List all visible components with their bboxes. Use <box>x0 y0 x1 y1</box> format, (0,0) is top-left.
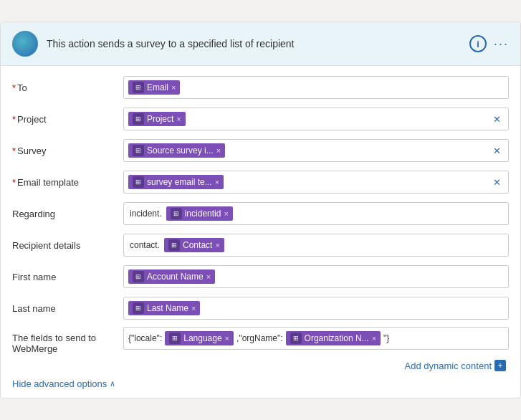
project-required-marker: * <box>12 114 16 125</box>
survey-field-clear[interactable]: ✕ <box>490 145 504 156</box>
card-body: *To ⊞ Email × *Project ⊞ Project × <box>1 66 520 398</box>
more-options-icon[interactable]: ··· <box>494 37 509 52</box>
survey-row: *Survey ⊞ Source survey i... × ✕ <box>12 138 509 163</box>
recipient-details-tag[interactable]: ⊞ Contact × <box>164 238 224 252</box>
header-icons: i ··· <box>469 35 509 52</box>
regarding-tag[interactable]: ⊞ incidentid × <box>166 206 233 221</box>
add-dynamic-plus-icon: + <box>494 360 506 371</box>
to-label: *To <box>12 82 123 93</box>
webmerge-prefix2: ,"orgName": <box>236 333 283 343</box>
email-template-row: *Email template ⊞ survey email te... × ✕ <box>12 169 509 195</box>
to-email-db-icon: ⊞ <box>133 82 144 93</box>
survey-tag-label: Source survey i... <box>147 145 214 156</box>
last-name-tag[interactable]: ⊞ Last Name × <box>128 301 200 315</box>
email-template-tag-label: survey email te... <box>147 177 212 187</box>
webmerge-row: The fields to send to WebMerge {"locale"… <box>12 327 509 354</box>
email-template-tag[interactable]: ⊞ survey email te... × <box>128 175 224 189</box>
email-template-required-marker: * <box>12 177 16 188</box>
project-tag-remove[interactable]: × <box>176 115 181 123</box>
recipient-prefix: contact. <box>128 239 161 252</box>
recipient-details-tag-remove[interactable]: × <box>215 241 219 249</box>
project-row: *Project ⊞ Project × ✕ <box>12 106 509 132</box>
recipient-details-row: Recipient details contact. ⊞ Contact × <box>12 232 509 258</box>
last-name-field[interactable]: ⊞ Last Name × <box>123 297 509 320</box>
project-field-clear[interactable]: ✕ <box>490 114 504 125</box>
recipient-details-db-icon: ⊞ <box>168 239 180 251</box>
app-logo <box>12 31 38 57</box>
email-template-field-clear[interactable]: ✕ <box>490 177 504 188</box>
last-name-row: Last name ⊞ Last Name × <box>12 295 509 321</box>
last-name-tag-label: Last Name <box>147 303 188 313</box>
add-dynamic-content-button[interactable]: Add dynamic content + <box>405 360 506 371</box>
webmerge-tag1[interactable]: ⊞ Language × <box>165 331 234 345</box>
project-tag[interactable]: ⊞ Project × <box>128 112 186 126</box>
hide-advanced-button[interactable]: Hide advanced options ∧ <box>12 378 509 389</box>
hide-advanced-label: Hide advanced options <box>12 378 107 389</box>
recipient-details-tag-label: Contact <box>183 240 212 250</box>
webmerge-tag1-remove[interactable]: × <box>225 334 229 343</box>
recipient-details-field[interactable]: contact. ⊞ Contact × <box>123 234 509 257</box>
info-icon[interactable]: i <box>469 35 487 52</box>
footer-actions: Add dynamic content + <box>12 360 509 371</box>
webmerge-field[interactable]: {"locale": ⊞ Language × ,"orgName": ⊞ Or… <box>123 327 509 350</box>
webmerge-tag1-label: Language <box>183 333 221 343</box>
first-name-tag-label: Account Name <box>147 272 204 282</box>
first-name-tag[interactable]: ⊞ Account Name × <box>128 269 215 284</box>
webmerge-tag2-db-icon: ⊞ <box>290 333 302 344</box>
to-email-tag-label: Email <box>147 82 168 92</box>
chevron-up-icon: ∧ <box>110 379 115 388</box>
webmerge-tag1-db-icon: ⊞ <box>169 333 181 344</box>
first-name-row: First name ⊞ Account Name × <box>12 264 509 290</box>
regarding-label: Regarding <box>12 209 123 219</box>
webmerge-tag2-remove[interactable]: × <box>372 334 376 343</box>
survey-db-icon: ⊞ <box>133 145 144 156</box>
project-db-icon: ⊞ <box>133 113 144 125</box>
last-name-label: Last name <box>12 303 123 314</box>
add-dynamic-label: Add dynamic content <box>405 361 492 371</box>
project-tag-label: Project <box>147 114 173 124</box>
action-card: This action sends a survey to a specifie… <box>0 22 521 398</box>
to-email-tag[interactable]: ⊞ Email × <box>128 80 180 95</box>
project-label: *Project <box>12 114 123 125</box>
first-name-label: First name <box>12 272 123 282</box>
survey-field[interactable]: ⊞ Source survey i... × ✕ <box>123 139 509 162</box>
regarding-tag-label: incidentid <box>185 209 221 219</box>
recipient-details-label: Recipient details <box>12 240 123 251</box>
webmerge-label: The fields to send to WebMerge <box>12 327 123 354</box>
survey-required-marker: * <box>12 145 16 156</box>
to-row: *To ⊞ Email × <box>12 75 509 100</box>
webmerge-tag2-label: Organization N... <box>305 333 369 343</box>
webmerge-tag2[interactable]: ⊞ Organization N... × <box>286 331 381 345</box>
regarding-prefix: incident. <box>128 207 163 220</box>
last-name-db-icon: ⊞ <box>133 302 144 314</box>
regarding-db-icon: ⊞ <box>171 208 182 219</box>
webmerge-prefix1: {"locale": <box>128 333 162 343</box>
first-name-db-icon: ⊞ <box>133 271 144 282</box>
email-template-tag-remove[interactable]: × <box>215 178 219 186</box>
to-field[interactable]: ⊞ Email × <box>123 76 509 99</box>
to-email-tag-remove[interactable]: × <box>171 83 176 92</box>
regarding-row: Regarding incident. ⊞ incidentid × <box>12 201 509 226</box>
first-name-tag-remove[interactable]: × <box>206 272 211 281</box>
email-template-db-icon: ⊞ <box>133 176 144 188</box>
webmerge-suffix: "} <box>383 333 389 343</box>
last-name-tag-remove[interactable]: × <box>191 304 196 312</box>
survey-tag-remove[interactable]: × <box>216 146 221 155</box>
project-field[interactable]: ⊞ Project × ✕ <box>123 108 509 130</box>
header-description: This action sends a survey to a specifie… <box>47 38 461 49</box>
survey-label: *Survey <box>12 145 123 156</box>
card-header: This action sends a survey to a specifie… <box>1 22 520 66</box>
first-name-field[interactable]: ⊞ Account Name × <box>123 265 509 288</box>
email-template-label: *Email template <box>12 177 123 188</box>
regarding-tag-remove[interactable]: × <box>224 209 228 218</box>
email-template-field[interactable]: ⊞ survey email te... × ✕ <box>123 171 509 194</box>
to-required-marker: * <box>12 82 16 93</box>
survey-tag[interactable]: ⊞ Source survey i... × <box>128 143 225 158</box>
regarding-field[interactable]: incident. ⊞ incidentid × <box>123 202 509 225</box>
